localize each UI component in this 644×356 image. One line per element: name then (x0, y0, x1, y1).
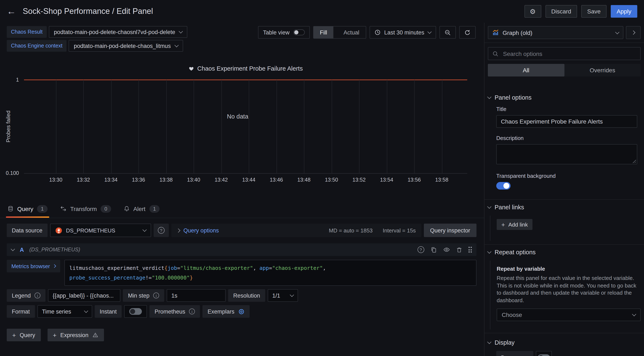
divider (484, 42, 644, 43)
promql-expression-input[interactable]: litmuschaos_experiment_verdict{job="litm… (64, 260, 477, 286)
chart-plot-area[interactable]: No data 1 0.100 13:3013:3213:3413:3613:3… (24, 79, 467, 174)
repeat-options-content: Repeat by variable Repeat this panel for… (490, 261, 644, 330)
editor-tabs: Query 1 Transform 0 Alert 1 (0, 200, 484, 218)
repeat-options-section-header[interactable]: Repeat options (484, 249, 644, 256)
variable-chaos-engine-context[interactable]: Chaos Engine context podtato-main-pod-de… (7, 40, 187, 52)
add-query-button[interactable]: + Query (7, 329, 40, 341)
actual-option[interactable]: Actual (337, 26, 366, 38)
resolution-label: Resolution (228, 289, 265, 302)
legend-input[interactable] (48, 289, 120, 302)
metrics-browser-button[interactable]: Metrics browser (7, 260, 60, 272)
visualization-picker-row: Graph (old) (484, 23, 644, 39)
divider (484, 244, 644, 245)
format-select[interactable]: Time series (38, 305, 92, 318)
datasource-label: Data source (7, 224, 48, 237)
variable-value: podtato-main-pod-delete-chaos_litmus (74, 43, 171, 49)
info-icon: i (189, 309, 195, 314)
panel-header[interactable]: Chaos Experiment Probe Failure Alerts (24, 65, 467, 72)
panel-settings-button[interactable]: ⚙ (524, 5, 541, 18)
query-datasource-hint: (DS_PROMETHEUS) (30, 247, 80, 253)
tab-alert[interactable]: Alert 1 (124, 200, 160, 218)
panel-description-textarea[interactable] (496, 144, 637, 164)
gridline (56, 80, 56, 173)
query-inspector-button[interactable]: Query inspector (424, 224, 476, 237)
panel-options-section-header[interactable]: Panel options (484, 94, 644, 101)
resolution-value: 1/1 (272, 292, 280, 299)
panel-title-input[interactable] (496, 115, 637, 128)
toggle-visibility-icon[interactable] (443, 246, 450, 253)
tab-query[interactable]: Query 1 (8, 200, 48, 218)
chevron-down-icon (487, 340, 492, 344)
save-button[interactable]: Save (581, 5, 606, 18)
exemplars-toggle[interactable]: Exemplars (202, 305, 250, 318)
expand-pane-button[interactable] (626, 26, 641, 39)
options-scroll-area[interactable]: Panel options Title Description Transpar… (484, 76, 644, 356)
fill-option[interactable]: Fill (314, 26, 334, 38)
datasource-picker[interactable]: DS_PROMETHEUS (50, 224, 151, 237)
search-icon (492, 51, 498, 56)
repeat-variable-select[interactable]: Choose (497, 309, 641, 321)
bars-switch[interactable] (538, 354, 550, 356)
datasource-help-button[interactable]: ? (154, 224, 169, 237)
query-footer-actions: + Query + Expression (7, 329, 476, 341)
threshold-line (24, 79, 467, 80)
tab-all[interactable]: All (488, 64, 564, 76)
resize-handle[interactable] (632, 159, 636, 163)
collapse-query-icon[interactable] (11, 247, 15, 251)
variable-value-dropdown[interactable]: podtato-main-pod-delete-chaos_litmus (69, 40, 183, 52)
transform-icon (60, 205, 66, 212)
add-expression-button[interactable]: + Expression (47, 329, 104, 341)
chevron-down-icon (487, 249, 492, 254)
delete-query-icon[interactable] (456, 246, 462, 253)
instant-switch[interactable] (130, 308, 142, 315)
display-section-header[interactable]: Display (484, 339, 644, 346)
tab-label: Alert (134, 205, 146, 212)
query-help-icon[interactable]: ? (417, 246, 424, 253)
table-view-switch[interactable] (294, 29, 305, 35)
fill-actual-segmented: Fill Actual (313, 26, 366, 39)
table-view-toggle[interactable]: Table view (258, 26, 310, 39)
tab-label: Transform (70, 205, 97, 212)
apply-button[interactable]: Apply (611, 5, 637, 18)
gridline (111, 80, 111, 173)
plus-icon: + (12, 332, 16, 339)
no-data-text: No data (227, 113, 248, 120)
panel-links-section-header[interactable]: Panel links (484, 204, 644, 210)
query-options-toggle[interactable]: Query options (177, 227, 219, 233)
bars-option-row: Bars (496, 351, 637, 356)
duplicate-query-icon[interactable] (430, 246, 437, 253)
chevron-down-icon (428, 30, 432, 34)
metrics-browser-label: Metrics browser (11, 263, 50, 269)
zoom-out-button[interactable] (440, 26, 456, 39)
variable-chaos-result[interactable]: Chaos Result podtato-main-pod-delete-cha… (7, 26, 187, 38)
graph-chart-icon (492, 29, 499, 36)
gridline (386, 80, 387, 173)
panel-links-content: + Add link (490, 216, 644, 241)
panel-options-content: Title Description Transparent background (484, 106, 644, 196)
x-tick-label: 13:36 (132, 177, 145, 183)
display-content: Bars (484, 351, 644, 356)
time-range-picker[interactable]: Last 30 minutes (369, 26, 436, 39)
drag-handle-icon[interactable] (468, 247, 472, 253)
tab-overrides[interactable]: Overrides (564, 64, 641, 76)
min-step-input[interactable] (167, 289, 226, 302)
add-link-button[interactable]: + Add link (497, 219, 532, 230)
back-arrow-icon[interactable]: ← (7, 7, 16, 16)
options-search-input[interactable] (502, 50, 636, 57)
resolution-select[interactable]: 1/1 (268, 289, 298, 302)
description-field-label: Description (496, 135, 637, 141)
tab-transform[interactable]: Transform 0 (60, 200, 111, 218)
refresh-button[interactable] (459, 26, 476, 39)
variable-value-dropdown[interactable]: podtato-main-pod-delete-chaosnl7vd-pod-d… (49, 26, 187, 38)
time-range-label: Last 30 minutes (384, 29, 424, 35)
options-search-box[interactable] (488, 47, 641, 60)
discard-button[interactable]: Discard (545, 5, 577, 18)
query-options-summary: MD = auto = 1853 Interval = 15s (329, 227, 416, 233)
gridline (221, 80, 222, 173)
x-tick-label: 13:38 (160, 177, 173, 183)
panel-options-pane: Graph (old) All Overrides (484, 23, 644, 356)
refresh-icon (464, 29, 470, 35)
clock-icon (374, 29, 380, 35)
transparent-background-switch[interactable] (496, 182, 510, 189)
visualization-picker[interactable]: Graph (old) (488, 26, 624, 39)
